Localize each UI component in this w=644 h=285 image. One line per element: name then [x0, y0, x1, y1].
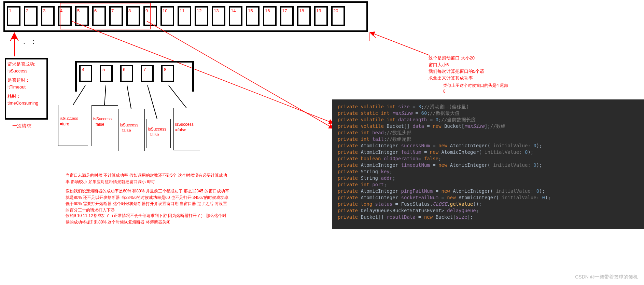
info-line: 是否超时：	[8, 77, 45, 84]
bucket-13: 13	[212, 6, 225, 26]
top-bucket-row: 1 2 3 4 5 6 7 8 9 10 11 12 13 14 15 16 1…	[7, 6, 345, 26]
detail-l1: isSuccess	[175, 122, 198, 127]
ellipsis-dots: . :	[23, 38, 37, 45]
detail-box-4: isSuccess =ture	[58, 105, 88, 146]
svg-line-1	[10, 33, 14, 41]
info-line: isSuccess	[8, 68, 45, 74]
request-info-box: 请求是否成功: isSuccess 是否超时： itTimeout 耗时： ti…	[5, 58, 48, 120]
bucket-1: 1	[7, 6, 20, 26]
right-note-1: 这个是滑动窗口 大小20 窗口大小5 我们每次计算把窗口的5个请求拿出来计算其成…	[429, 55, 488, 81]
bucket-15: 15	[246, 6, 260, 26]
detail-l2: =false	[120, 128, 143, 134]
detail-l1: isSuccess	[148, 127, 169, 132]
detail-l2: =false	[175, 127, 198, 133]
detail-box-5: isSuccess =false	[92, 105, 118, 146]
detail-l1: isSuccess	[120, 123, 143, 128]
info-caption: 一次请求	[12, 123, 31, 129]
detail-l1: isSuccess	[93, 117, 116, 122]
sub-bucket-8: 8	[161, 65, 174, 82]
bucket-3: 3	[41, 6, 55, 26]
sub-bucket-5: 5	[100, 65, 113, 82]
bucket-10: 10	[160, 6, 174, 26]
bucket-14: 14	[229, 6, 242, 26]
highlight-window	[60, 3, 151, 29]
detail-l1: isSuccess	[60, 116, 86, 122]
detail-l2: =false	[148, 132, 169, 138]
detail-l2: =ture	[60, 122, 86, 127]
sub-bucket-6: 6	[120, 65, 133, 82]
detail-box-7: isSuccess =false	[146, 119, 171, 148]
svg-line-5	[370, 32, 430, 55]
code-block: private volatile int size = 3;//滑动窗口(偏移量…	[332, 99, 644, 229]
bucket-16: 16	[263, 6, 277, 26]
detail-box-6: isSuccess =false	[118, 109, 145, 151]
detail-box-8: isSuccess =false	[173, 108, 200, 150]
bucket-12: 12	[195, 6, 208, 26]
bucket-2: 2	[24, 6, 38, 26]
sub-bucket-4: 4	[79, 65, 92, 82]
bucket-18: 18	[297, 6, 311, 26]
bucket-19: 19	[314, 6, 328, 26]
info-line: itTimeout	[8, 84, 45, 91]
info-line: 请求是否成功:	[8, 61, 45, 68]
info-line: 耗时：	[8, 93, 45, 100]
info-line: timeConsuming	[8, 100, 45, 107]
bucket-20: 20	[331, 6, 345, 26]
sub-bucket-row: 4 5 6 7 8	[79, 65, 174, 82]
bucket-17: 17	[280, 6, 294, 26]
bucket-11: 11	[178, 6, 191, 26]
right-note-2: 类似上图这个时候窗口的头是4 尾部 8	[443, 83, 508, 94]
paragraph-1: 当窗口未满足的时候 不计算成功率 假如调用的次数还不到5个 这个时候没有必要计算…	[66, 172, 229, 185]
watermark: CSDN @一架带着篮球的傻机	[575, 274, 638, 280]
svg-line-7	[370, 32, 376, 38]
sub-bucket-7: 7	[141, 65, 154, 82]
paragraph-2: 假如我们设定熔断器的成功率是60% 和80% 并且前三个都成功了 那么12345…	[66, 188, 229, 213]
svg-line-2	[14, 33, 18, 41]
detail-l2: =false	[93, 122, 116, 127]
paragraph-3: 假如9 10 11 12都成功了（正常情况不会全部请求到下游 因为熔断器打开了）…	[66, 213, 229, 225]
